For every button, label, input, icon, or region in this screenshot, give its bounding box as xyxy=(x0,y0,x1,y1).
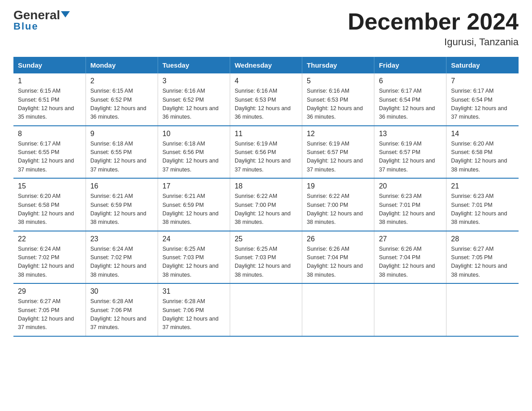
header-wednesday: Wednesday xyxy=(230,57,302,73)
calendar-cell: 26 Sunrise: 6:26 AMSunset: 7:04 PMDaylig… xyxy=(302,231,374,284)
page-header: General Blue December 2024 Igurusi, Tanz… xyxy=(13,9,519,48)
day-info: Sunrise: 6:16 AMSunset: 6:53 PMDaylight:… xyxy=(235,87,297,122)
calendar-cell: 31 Sunrise: 6:28 AMSunset: 7:06 PMDaylig… xyxy=(158,283,230,336)
day-info: Sunrise: 6:26 AMSunset: 7:04 PMDaylight:… xyxy=(307,245,369,280)
calendar-week-row: 22 Sunrise: 6:24 AMSunset: 7:02 PMDaylig… xyxy=(13,231,519,284)
day-number: 15 xyxy=(18,182,81,190)
calendar-cell: 23 Sunrise: 6:24 AMSunset: 7:02 PMDaylig… xyxy=(86,231,158,284)
day-number: 26 xyxy=(307,235,369,243)
calendar-cell: 9 Sunrise: 6:18 AMSunset: 6:55 PMDayligh… xyxy=(86,126,158,179)
day-info: Sunrise: 6:18 AMSunset: 6:56 PMDaylight:… xyxy=(163,140,225,175)
calendar-cell: 4 Sunrise: 6:16 AMSunset: 6:53 PMDayligh… xyxy=(230,73,302,126)
calendar-cell: 28 Sunrise: 6:27 AMSunset: 7:05 PMDaylig… xyxy=(446,231,519,284)
day-info: Sunrise: 6:17 AMSunset: 6:54 PMDaylight:… xyxy=(379,87,442,122)
day-number: 14 xyxy=(451,130,514,138)
header-thursday: Thursday xyxy=(302,57,374,73)
calendar-cell: 6 Sunrise: 6:17 AMSunset: 6:54 PMDayligh… xyxy=(374,73,446,126)
day-number: 22 xyxy=(18,235,81,243)
calendar-cell: 1 Sunrise: 6:15 AMSunset: 6:51 PMDayligh… xyxy=(13,73,86,126)
day-info: Sunrise: 6:20 AMSunset: 6:58 PMDaylight:… xyxy=(451,140,514,175)
day-number: 21 xyxy=(451,182,514,190)
day-info: Sunrise: 6:22 AMSunset: 7:00 PMDaylight:… xyxy=(235,192,297,227)
day-info: Sunrise: 6:27 AMSunset: 7:05 PMDaylight:… xyxy=(451,245,514,280)
calendar-cell: 25 Sunrise: 6:25 AMSunset: 7:03 PMDaylig… xyxy=(230,231,302,284)
calendar-cell xyxy=(302,283,374,336)
page-title: December 2024 xyxy=(348,9,519,34)
day-number: 19 xyxy=(307,182,369,190)
calendar-cell: 21 Sunrise: 6:23 AMSunset: 7:01 PMDaylig… xyxy=(446,178,519,231)
day-number: 11 xyxy=(235,130,297,138)
logo-triangle-icon xyxy=(61,11,70,17)
header-friday: Friday xyxy=(374,57,446,73)
day-number: 23 xyxy=(90,235,153,243)
calendar-week-row: 1 Sunrise: 6:15 AMSunset: 6:51 PMDayligh… xyxy=(13,73,519,126)
day-info: Sunrise: 6:24 AMSunset: 7:02 PMDaylight:… xyxy=(18,245,81,280)
calendar-cell: 30 Sunrise: 6:28 AMSunset: 7:06 PMDaylig… xyxy=(86,283,158,336)
calendar-cell: 13 Sunrise: 6:19 AMSunset: 6:57 PMDaylig… xyxy=(374,126,446,179)
day-number: 31 xyxy=(163,287,225,295)
logo-general: General xyxy=(13,9,70,21)
header-tuesday: Tuesday xyxy=(158,57,230,73)
calendar-cell: 8 Sunrise: 6:17 AMSunset: 6:55 PMDayligh… xyxy=(13,126,86,179)
calendar-cell: 2 Sunrise: 6:15 AMSunset: 6:52 PMDayligh… xyxy=(86,73,158,126)
day-number: 29 xyxy=(18,287,81,295)
header-sunday: Sunday xyxy=(13,57,86,73)
day-number: 18 xyxy=(235,182,297,190)
calendar-cell: 29 Sunrise: 6:27 AMSunset: 7:05 PMDaylig… xyxy=(13,283,86,336)
day-info: Sunrise: 6:21 AMSunset: 6:59 PMDaylight:… xyxy=(90,192,153,227)
calendar-cell: 7 Sunrise: 6:17 AMSunset: 6:54 PMDayligh… xyxy=(446,73,519,126)
day-info: Sunrise: 6:16 AMSunset: 6:53 PMDaylight:… xyxy=(307,87,369,122)
day-info: Sunrise: 6:19 AMSunset: 6:56 PMDaylight:… xyxy=(235,140,297,175)
day-info: Sunrise: 6:22 AMSunset: 7:00 PMDaylight:… xyxy=(307,192,369,227)
day-number: 8 xyxy=(18,130,81,138)
header-monday: Monday xyxy=(86,57,158,73)
day-number: 2 xyxy=(90,77,153,85)
day-number: 27 xyxy=(379,235,442,243)
day-number: 6 xyxy=(379,77,442,85)
day-number: 4 xyxy=(235,77,297,85)
calendar-cell: 24 Sunrise: 6:25 AMSunset: 7:03 PMDaylig… xyxy=(158,231,230,284)
day-number: 25 xyxy=(235,235,297,243)
day-info: Sunrise: 6:18 AMSunset: 6:55 PMDaylight:… xyxy=(90,140,153,175)
day-info: Sunrise: 6:23 AMSunset: 7:01 PMDaylight:… xyxy=(451,192,514,227)
day-info: Sunrise: 6:23 AMSunset: 7:01 PMDaylight:… xyxy=(379,192,442,227)
calendar-cell xyxy=(374,283,446,336)
day-info: Sunrise: 6:26 AMSunset: 7:04 PMDaylight:… xyxy=(379,245,442,280)
calendar-cell: 16 Sunrise: 6:21 AMSunset: 6:59 PMDaylig… xyxy=(86,178,158,231)
day-info: Sunrise: 6:20 AMSunset: 6:58 PMDaylight:… xyxy=(18,192,81,227)
day-info: Sunrise: 6:25 AMSunset: 7:03 PMDaylight:… xyxy=(235,245,297,280)
day-number: 7 xyxy=(451,77,514,85)
day-info: Sunrise: 6:28 AMSunset: 7:06 PMDaylight:… xyxy=(163,297,225,332)
day-info: Sunrise: 6:19 AMSunset: 6:57 PMDaylight:… xyxy=(307,140,369,175)
day-number: 10 xyxy=(163,130,225,138)
calendar-cell: 5 Sunrise: 6:16 AMSunset: 6:53 PMDayligh… xyxy=(302,73,374,126)
logo: General Blue xyxy=(13,9,70,32)
calendar-cell: 10 Sunrise: 6:18 AMSunset: 6:56 PMDaylig… xyxy=(158,126,230,179)
day-number: 3 xyxy=(163,77,225,85)
calendar-cell: 3 Sunrise: 6:16 AMSunset: 6:52 PMDayligh… xyxy=(158,73,230,126)
calendar-cell: 27 Sunrise: 6:26 AMSunset: 7:04 PMDaylig… xyxy=(374,231,446,284)
title-block: December 2024 Igurusi, Tanzania xyxy=(348,9,519,48)
calendar-cell: 15 Sunrise: 6:20 AMSunset: 6:58 PMDaylig… xyxy=(13,178,86,231)
calendar-cell: 19 Sunrise: 6:22 AMSunset: 7:00 PMDaylig… xyxy=(302,178,374,231)
calendar-cell: 11 Sunrise: 6:19 AMSunset: 6:56 PMDaylig… xyxy=(230,126,302,179)
calendar-week-row: 15 Sunrise: 6:20 AMSunset: 6:58 PMDaylig… xyxy=(13,178,519,231)
day-info: Sunrise: 6:24 AMSunset: 7:02 PMDaylight:… xyxy=(90,245,153,280)
page-subtitle: Igurusi, Tanzania xyxy=(348,36,519,48)
logo-blue: Blue xyxy=(13,21,39,32)
calendar-week-row: 29 Sunrise: 6:27 AMSunset: 7:05 PMDaylig… xyxy=(13,283,519,336)
calendar-cell xyxy=(230,283,302,336)
calendar-header-row: SundayMondayTuesdayWednesdayThursdayFrid… xyxy=(13,57,519,73)
day-number: 24 xyxy=(163,235,225,243)
day-number: 13 xyxy=(379,130,442,138)
day-number: 5 xyxy=(307,77,369,85)
day-info: Sunrise: 6:15 AMSunset: 6:52 PMDaylight:… xyxy=(90,87,153,122)
calendar-cell: 20 Sunrise: 6:23 AMSunset: 7:01 PMDaylig… xyxy=(374,178,446,231)
calendar-cell: 18 Sunrise: 6:22 AMSunset: 7:00 PMDaylig… xyxy=(230,178,302,231)
day-number: 1 xyxy=(18,77,81,85)
calendar-cell xyxy=(446,283,519,336)
day-number: 9 xyxy=(90,130,153,138)
day-number: 20 xyxy=(379,182,442,190)
day-info: Sunrise: 6:27 AMSunset: 7:05 PMDaylight:… xyxy=(18,297,81,332)
calendar-table: SundayMondayTuesdayWednesdayThursdayFrid… xyxy=(13,57,519,337)
